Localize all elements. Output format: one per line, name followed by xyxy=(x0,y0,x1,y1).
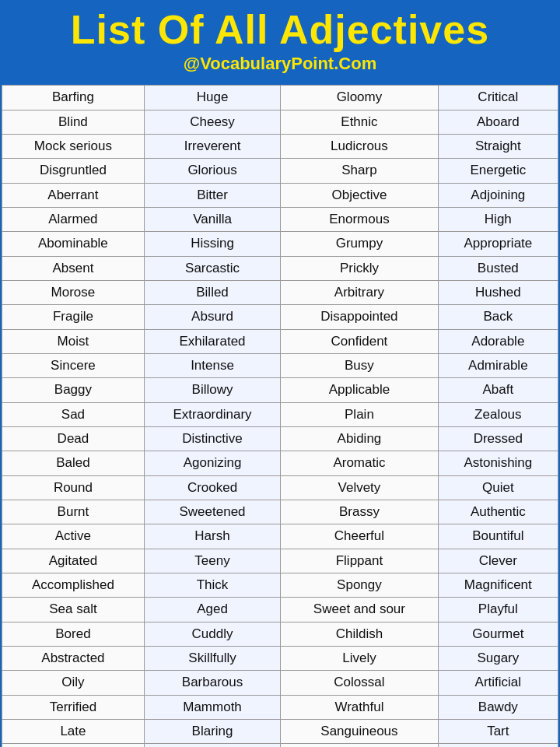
list-item: Abaft xyxy=(438,378,558,402)
list-item: Disappointed xyxy=(281,305,438,329)
list-item: Glorious xyxy=(144,159,280,183)
list-item: Abstracted xyxy=(2,647,145,671)
list-item: Sweetened xyxy=(144,500,280,524)
list-item: Aromatic xyxy=(281,451,438,475)
list-item: Mock serious xyxy=(2,134,145,158)
list-item: Extraordinary xyxy=(144,402,280,426)
list-item: Crooked xyxy=(144,475,280,500)
list-item: Aboard xyxy=(438,110,558,134)
list-item: Sweet and sour xyxy=(281,598,438,622)
list-item: Cheerful xyxy=(281,524,438,549)
list-item: Abominable xyxy=(2,232,145,256)
list-item: Hushed xyxy=(438,280,558,304)
list-item: Billowy xyxy=(144,378,280,402)
list-item: Bountiful xyxy=(438,524,558,549)
list-item: Flippant xyxy=(281,549,438,573)
list-item: Exhilarated xyxy=(144,329,280,353)
list-item: Harsh xyxy=(144,524,280,549)
list-item: Straight xyxy=(438,134,558,158)
list-item: Plain xyxy=(281,402,438,426)
list-item: Alarmed xyxy=(2,207,145,231)
list-item: Distinctive xyxy=(144,427,280,451)
list-item: Absent xyxy=(2,256,145,280)
list-item: Billed xyxy=(144,280,280,304)
list-item: Barfing xyxy=(2,86,145,110)
list-item: Blind xyxy=(2,110,145,134)
list-item: Absurd xyxy=(144,305,280,329)
list-item: Clever xyxy=(438,549,558,573)
list-item: Bored xyxy=(2,622,145,646)
list-item: Sincere xyxy=(2,353,145,377)
list-item: Thick xyxy=(144,573,280,598)
list-item: Wrathful xyxy=(281,695,438,719)
list-item: Active xyxy=(2,524,145,549)
list-item: Authentic xyxy=(438,500,558,524)
list-item: Dead xyxy=(2,427,145,451)
list-item: Morose xyxy=(2,280,145,304)
list-item: Abiding xyxy=(281,427,438,451)
list-item: Mammoth xyxy=(144,695,280,719)
list-item: Blaring xyxy=(144,720,280,744)
list-item: Admirable xyxy=(438,353,558,377)
list-item: Balsamic xyxy=(281,744,438,747)
adjectives-table: BarfingHugeGloomyCriticalBlindCheesyEthn… xyxy=(2,85,558,747)
list-item: Childish xyxy=(281,622,438,646)
list-item: Sea salt xyxy=(2,598,145,622)
list-item: Cheesy xyxy=(144,110,280,134)
list-item: Colossal xyxy=(281,671,438,695)
list-item: Brassy xyxy=(281,500,438,524)
list-item: Quiet xyxy=(438,475,558,500)
list-item: Vanilla xyxy=(144,207,280,231)
list-item: Round xyxy=(2,475,145,500)
list-item: Zealous xyxy=(438,402,558,426)
list-item: Terrified xyxy=(2,695,145,719)
list-item: Accomplished xyxy=(2,573,145,598)
list-item: Sharp xyxy=(281,159,438,183)
list-item: Huge xyxy=(144,86,280,110)
list-item: Moist xyxy=(2,329,145,353)
list-item: Fragile xyxy=(2,305,145,329)
list-item: Cuddly xyxy=(144,622,280,646)
list-item: Burnt xyxy=(2,500,145,524)
list-item: Baled xyxy=(2,451,145,475)
list-item: Intense xyxy=(144,353,280,377)
list-item: Prickly xyxy=(281,256,438,280)
list-item: Smothered xyxy=(2,744,145,747)
list-item: Late xyxy=(2,720,145,744)
list-item: Appropriate xyxy=(438,232,558,256)
list-item: Deep fried xyxy=(438,744,558,747)
list-item: Oily xyxy=(2,671,145,695)
list-item: Velvety xyxy=(281,475,438,500)
list-item: Artificial xyxy=(438,671,558,695)
list-item: Magnificent xyxy=(438,573,558,598)
list-item: Sarcastic xyxy=(144,256,280,280)
list-item: Sugary xyxy=(438,647,558,671)
list-item: Busted xyxy=(438,256,558,280)
list-item: Playful xyxy=(438,598,558,622)
header: List Of All Adjectives @VocabularyPoint.… xyxy=(0,0,560,83)
list-item: Barbarous xyxy=(144,671,280,695)
list-item: Confident xyxy=(281,329,438,353)
list-item: Arbitrary xyxy=(281,280,438,304)
list-item: Teeny xyxy=(144,549,280,573)
list-item: Disgruntled xyxy=(2,159,145,183)
list-item: Agitated xyxy=(2,549,145,573)
list-item: Back xyxy=(438,305,558,329)
list-item: Aged xyxy=(144,598,280,622)
list-item: Energetic xyxy=(438,159,558,183)
list-item: Busy xyxy=(281,353,438,377)
list-item: Bawdy xyxy=(438,695,558,719)
list-item: Grumpy xyxy=(281,232,438,256)
list-item: Astonishing xyxy=(438,451,558,475)
list-item: Baggy xyxy=(2,378,145,402)
adjectives-table-container: BarfingHugeGloomyCriticalBlindCheesyEthn… xyxy=(0,83,560,747)
list-item: Lively xyxy=(281,647,438,671)
list-item: High xyxy=(438,207,558,231)
list-item: Hissing xyxy=(144,232,280,256)
page-title: List Of All Adjectives xyxy=(12,8,548,52)
list-item: Adjoining xyxy=(438,183,558,207)
list-item: Irreverent xyxy=(144,134,280,158)
list-item: Objective xyxy=(281,183,438,207)
list-item: Skillfully xyxy=(144,647,280,671)
list-item: Sanguineous xyxy=(281,720,438,744)
